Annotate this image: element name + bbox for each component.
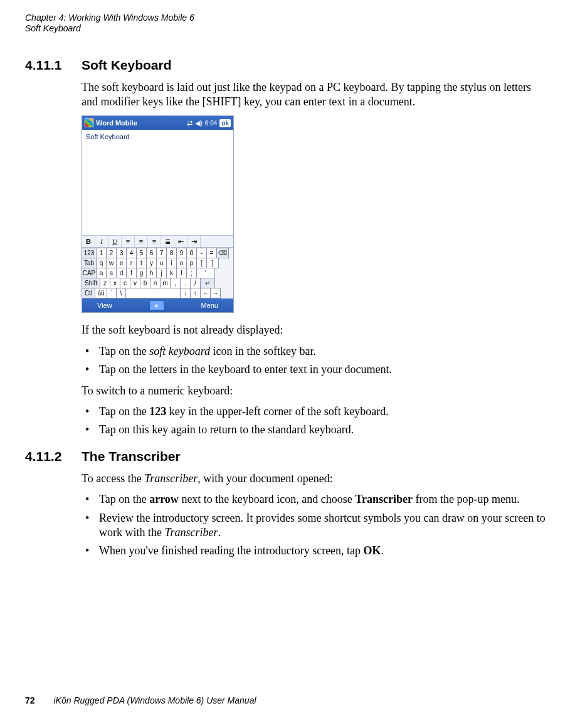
- bullet-tap-sip-icon: Tap on the soft keyboard icon in the sof…: [82, 344, 550, 359]
- key-shift[interactable]: Shift: [82, 278, 100, 288]
- heading-number: 4.11.1: [25, 58, 82, 73]
- key-b[interactable]: b: [140, 278, 150, 288]
- chapter-line: Chapter 4: Working With Windows Mobile 6: [25, 13, 550, 23]
- key-j[interactable]: j: [156, 268, 167, 278]
- key-[interactable]: ⌫: [216, 248, 229, 258]
- key-w[interactable]: w: [106, 258, 117, 268]
- bullet-tap-ok: When you've finished reading the introdu…: [82, 544, 550, 558]
- key-1[interactable]: 1: [96, 248, 107, 258]
- key-m[interactable]: m: [160, 278, 171, 288]
- key-[interactable]: ;: [186, 268, 197, 278]
- key-t[interactable]: t: [136, 258, 147, 268]
- window-titlebar: Word Mobile ⇄ ◀) 6:04 ok: [82, 116, 233, 130]
- key-[interactable]: ↵: [200, 278, 215, 288]
- key-c[interactable]: c: [120, 278, 130, 288]
- section-line: Soft Keyboard: [25, 23, 550, 34]
- softkey-right[interactable]: Menu: [201, 301, 218, 310]
- key-u[interactable]: u: [156, 258, 167, 268]
- key-8[interactable]: 8: [166, 248, 177, 258]
- key-[interactable]: ↓: [180, 288, 191, 298]
- key-[interactable]: ←: [200, 288, 211, 298]
- app-title: Word Mobile: [96, 119, 137, 127]
- key-z[interactable]: z: [100, 278, 110, 288]
- bold-button[interactable]: B: [82, 236, 95, 247]
- key-[interactable]: `: [107, 288, 117, 298]
- heading-4-11-2: 4.11.2 The Transcriber: [25, 449, 550, 472]
- softkey-left[interactable]: View: [97, 301, 112, 310]
- soft-keyboard: 1231234567890-=⌫ Tabqwertyuiop[] CAPasdf…: [82, 248, 233, 298]
- key-[interactable]: ]: [206, 258, 219, 268]
- key-p[interactable]: p: [186, 258, 197, 268]
- key-h[interactable]: h: [146, 268, 157, 278]
- key-[interactable]: ': [196, 268, 215, 278]
- connectivity-icon[interactable]: ⇄: [187, 119, 193, 127]
- key-5[interactable]: 5: [136, 248, 147, 258]
- key-s[interactable]: s: [106, 268, 117, 278]
- key-k[interactable]: k: [166, 268, 177, 278]
- key-2[interactable]: 2: [106, 248, 117, 258]
- bullet-tap-letters: Tap on the letters in the keyboard to en…: [82, 362, 550, 377]
- key-q[interactable]: q: [96, 258, 107, 268]
- key-[interactable]: áü: [95, 288, 107, 298]
- indent-out-icon[interactable]: ⇤: [174, 236, 187, 247]
- bullet-tap-123: Tap on the 123 key in the upper-left cor…: [82, 404, 550, 419]
- align-center-icon[interactable]: ≡: [135, 236, 148, 247]
- format-toolbar: B I U ≡ ≡ ≡ ≣ ⇤ ⇥: [82, 235, 233, 248]
- clock-text: 6:04: [205, 119, 217, 127]
- key-x[interactable]: x: [110, 278, 120, 288]
- toolbar-spacer: [201, 236, 233, 247]
- key-cap[interactable]: CAP: [82, 268, 97, 278]
- softkey-bar: View ▲ Menu: [82, 298, 233, 312]
- align-right-icon[interactable]: ≡: [148, 236, 161, 247]
- bullet-tap-return-standard: Tap on this key again to return to the s…: [82, 423, 550, 437]
- volume-icon[interactable]: ◀): [195, 119, 203, 127]
- italic-button[interactable]: I: [95, 236, 108, 247]
- heading-title: Soft Keyboard: [82, 58, 172, 73]
- key-123[interactable]: 123: [82, 248, 97, 258]
- key-d[interactable]: d: [116, 268, 127, 278]
- key-i[interactable]: i: [166, 258, 177, 268]
- underline-button[interactable]: U: [108, 236, 122, 247]
- key-[interactable]: /: [190, 278, 201, 288]
- key-a[interactable]: a: [96, 268, 107, 278]
- document-area[interactable]: Soft Keyboard: [82, 130, 233, 235]
- key-g[interactable]: g: [136, 268, 147, 278]
- key-l[interactable]: l: [176, 268, 187, 278]
- key-e[interactable]: e: [116, 258, 127, 268]
- start-flag-icon[interactable]: [85, 119, 93, 127]
- key-3[interactable]: 3: [116, 248, 127, 258]
- key-[interactable]: ,: [170, 278, 181, 288]
- key-v[interactable]: v: [130, 278, 140, 288]
- key-[interactable]: \: [116, 288, 126, 298]
- align-left-icon[interactable]: ≡: [122, 236, 135, 247]
- bullets-icon[interactable]: ≣: [161, 236, 174, 247]
- key-[interactable]: .: [180, 278, 191, 288]
- key-4[interactable]: 4: [126, 248, 137, 258]
- screenshot-word-mobile-soft-keyboard: Word Mobile ⇄ ◀) 6:04 ok Soft Keyboard B…: [82, 115, 234, 313]
- key-7[interactable]: 7: [156, 248, 167, 258]
- key-o[interactable]: o: [176, 258, 187, 268]
- key-9[interactable]: 9: [176, 248, 187, 258]
- key-tab[interactable]: Tab: [82, 258, 97, 268]
- sip-toggle-icon[interactable]: ▲: [149, 300, 164, 310]
- bullet-review-intro: Review the introductory screen. It provi…: [82, 511, 550, 541]
- key-6[interactable]: 6: [146, 248, 157, 258]
- key-[interactable]: ↑: [190, 288, 201, 298]
- key-r[interactable]: r: [126, 258, 137, 268]
- key-[interactable]: =: [206, 248, 217, 258]
- page-number: 72: [25, 695, 35, 705]
- key-ctl[interactable]: Ctl: [82, 288, 95, 298]
- indent-in-icon[interactable]: ⇥: [187, 236, 201, 247]
- para-numeric-switch: To switch to a numeric keyboard:: [82, 384, 550, 398]
- key-0[interactable]: 0: [186, 248, 197, 258]
- key-[interactable]: -: [196, 248, 207, 258]
- key-n[interactable]: n: [150, 278, 161, 288]
- ok-button[interactable]: ok: [219, 119, 231, 127]
- key-f[interactable]: f: [126, 268, 137, 278]
- bullet-tap-arrow-transcriber: Tap on the arrow next to the keyboard ic…: [82, 492, 550, 507]
- key-[interactable]: →: [210, 288, 221, 298]
- key-y[interactable]: y: [146, 258, 157, 268]
- para-if-not-displayed: If the soft keyboard is not already disp…: [82, 323, 550, 337]
- key-space[interactable]: [125, 288, 181, 298]
- key-[interactable]: [: [196, 258, 207, 268]
